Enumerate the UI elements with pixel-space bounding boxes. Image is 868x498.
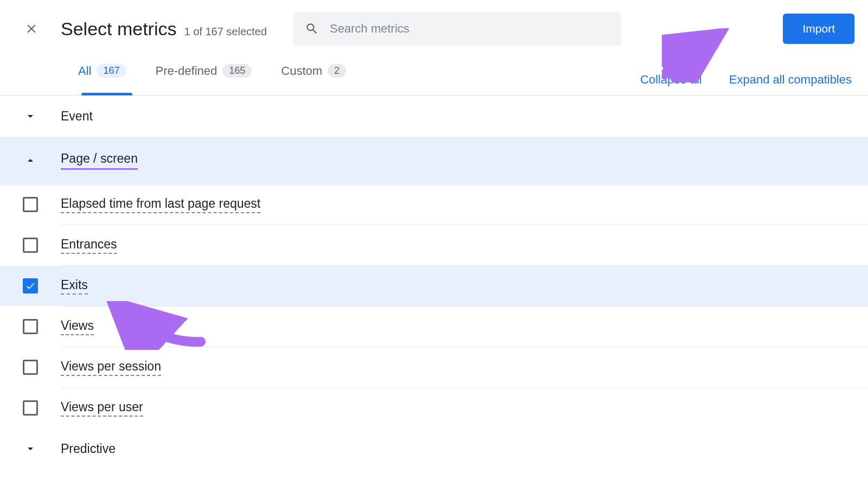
tabs-row: All167Pre-defined165Custom2 Collapse all… [0, 58, 868, 95]
tab-label: All [78, 64, 91, 78]
category-event[interactable]: Event [0, 95, 868, 137]
import-button[interactable]: Import [783, 14, 854, 44]
tab-all[interactable]: All167 [78, 58, 126, 95]
chevron-down-icon [23, 442, 38, 455]
tab-badge: 165 [222, 64, 252, 78]
checkbox[interactable] [23, 400, 38, 416]
checkbox[interactable] [23, 360, 38, 375]
category-predictive[interactable]: Predictive [0, 428, 868, 469]
metric-label: Elapsed time from last page request [61, 196, 260, 213]
checkbox[interactable] [23, 319, 38, 334]
metric-label: Views per user [61, 400, 143, 417]
category-label: Event [61, 109, 93, 124]
tab-label: Custom [281, 64, 322, 78]
chevron-up-icon [23, 154, 38, 167]
expand-all-link[interactable]: Expand all compatibles [729, 66, 852, 87]
category-label: Page / screen [61, 151, 138, 170]
category-label: Predictive [61, 442, 116, 456]
search-box[interactable] [293, 12, 621, 46]
metric-label: Views per session [61, 359, 161, 376]
tab-custom[interactable]: Custom2 [281, 58, 346, 95]
checkbox[interactable] [23, 197, 38, 212]
tab-label: Pre-defined [156, 64, 218, 78]
checkbox[interactable] [23, 278, 38, 293]
tab-badge: 2 [328, 64, 346, 78]
search-icon [305, 22, 319, 36]
metric-row-entrances[interactable]: Entrances [0, 225, 868, 265]
metric-row-views[interactable]: Views [0, 307, 868, 347]
search-input[interactable] [330, 22, 609, 36]
close-icon[interactable] [24, 21, 39, 36]
checkbox[interactable] [23, 238, 38, 253]
category-page-screen[interactable]: Page / screen [0, 137, 868, 184]
items-container: Elapsed time from last page requestEntra… [0, 184, 868, 428]
metric-row-exits[interactable]: Exits [0, 266, 868, 306]
title-group: Select metrics 1 of 167 selected [61, 18, 267, 40]
metric-label: Exits [61, 278, 88, 295]
metric-label: Entrances [61, 237, 117, 254]
page-title: Select metrics [61, 18, 177, 40]
selected-count: 1 of 167 selected [184, 25, 267, 38]
chevron-down-icon [23, 110, 38, 123]
header: Select metrics 1 of 167 selected Import [0, 0, 868, 58]
metric-row-views-per-user[interactable]: Views per user [0, 388, 868, 428]
metric-label: Views [61, 318, 94, 335]
tab-badge: 167 [97, 64, 126, 78]
collapse-all-link[interactable]: Collapse all [640, 66, 702, 87]
metric-row-elapsed-time-from-last-page-request[interactable]: Elapsed time from last page request [0, 184, 868, 225]
metric-row-views-per-session[interactable]: Views per session [0, 347, 868, 387]
metrics-list: EventPage / screenElapsed time from last… [0, 95, 868, 469]
tab-pre-defined[interactable]: Pre-defined165 [156, 58, 252, 95]
